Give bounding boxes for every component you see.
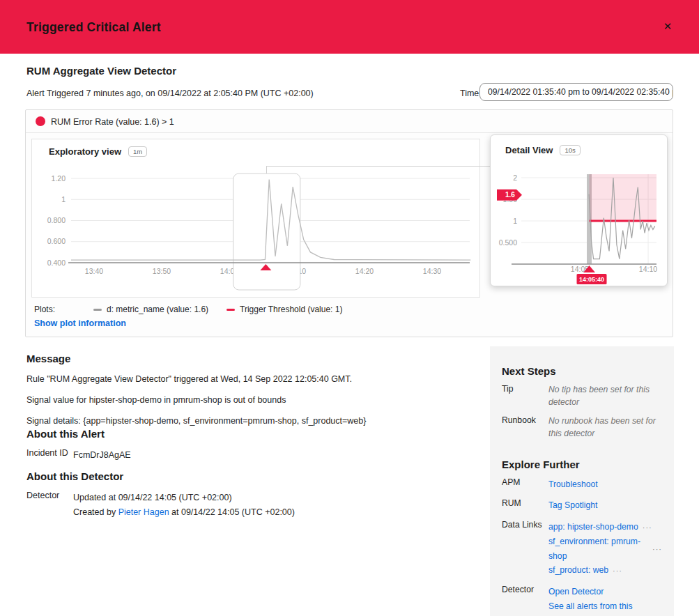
legend-metric-label: d: metric_name (value: 1.6): [107, 305, 208, 314]
rum-tag-spotlight-link[interactable]: Tag Spotlight: [548, 498, 662, 513]
message-line: Rule "RUM Aggregate View Detector" trigg…: [26, 374, 459, 385]
tip-label: Tip: [502, 384, 548, 408]
detector-updated: Updated at 09/14/22 14:05 (UTC +02:00): [73, 493, 232, 502]
message-line: Signal details: {app=hipster-shop-demo, …: [26, 415, 459, 427]
metric-line-swatch-icon: [93, 309, 102, 311]
y-tick-label: 2: [513, 174, 517, 182]
alert-sidebar: Next Steps Tip No tip has been set for t…: [490, 346, 674, 616]
explore-further-heading: Explore Further: [502, 459, 662, 470]
detector-label: Detector: [26, 491, 73, 520]
message-line: Signal value for hipster-shop-demo in pm…: [26, 394, 459, 406]
resolution-badge-10s[interactable]: 10s: [560, 145, 580, 155]
alert-chart-container: RUM Error Rate (value: 1.6) > 1 1.2010.8…: [25, 109, 673, 337]
show-plot-information-link[interactable]: Show plot information: [34, 318, 126, 328]
alert-modal-header: Triggered Critical Alert ✕: [0, 0, 699, 54]
y-tick-label: 0.600: [47, 237, 66, 245]
legend-item-metric: d: metric_name (value: 1.6): [93, 305, 208, 314]
legend-threshold-label: Trigger Threshold (value: 1): [240, 305, 342, 314]
detector-links-label: Detector: [502, 585, 548, 616]
detector-created-prefix: Created by: [73, 507, 118, 517]
tip-value: No tip has been set for this detector: [548, 384, 662, 408]
close-icon[interactable]: ✕: [659, 18, 676, 35]
apm-troubleshoot-link[interactable]: Troubleshoot: [548, 477, 662, 492]
x-tick-label: 14:30: [423, 267, 441, 275]
detail-view-panel: 21.5010.50014:0514:101.614:05:40 Detail …: [490, 134, 668, 286]
legend-item-threshold: Trigger Threshold (value: 1): [226, 305, 342, 314]
time-label: Time: [460, 88, 479, 98]
next-steps-heading: Next Steps: [502, 365, 662, 377]
apm-label: APM: [502, 477, 548, 492]
rum-label: RUM: [502, 498, 548, 513]
time-range-input[interactable]: [479, 83, 673, 101]
runbook-label: Runbook: [502, 415, 548, 440]
see-all-alerts-link[interactable]: See all alerts from this detector: [548, 599, 662, 616]
incident-id-value: FcmDrJ8AgAE: [73, 448, 131, 463]
detector-created-suffix: at 09/14/22 14:05 (UTC +02:00): [169, 507, 295, 517]
data-links-label: Data Links: [502, 520, 548, 578]
detector-meta: Updated at 09/14/22 14:05 (UTC +02:00) C…: [73, 491, 295, 520]
more-options-icon[interactable]: ···: [652, 545, 662, 553]
alert-time-label: 14:05:40: [579, 276, 604, 283]
threshold-line-swatch-icon: [226, 309, 235, 311]
exploratory-view-panel: 1.2010.8000.6000.40013:4013:5014:0014:10…: [31, 139, 480, 298]
y-tick-label: 0.400: [47, 259, 66, 267]
x-tick-label: 13:50: [153, 267, 171, 275]
detector-title: RUM Aggregate View Detector: [26, 65, 176, 77]
data-link-sf-product[interactable]: sf_product: web: [548, 563, 608, 578]
about-alert-heading: About this Alert: [26, 428, 459, 440]
brush-connector-line: [266, 166, 490, 167]
rule-row: RUM Error Rate (value: 1.6) > 1: [26, 110, 673, 133]
message-heading: Message: [26, 353, 459, 364]
y-tick-label: 0.500: [499, 238, 517, 247]
more-options-icon[interactable]: ···: [613, 567, 622, 575]
open-detector-link[interactable]: Open Detector: [548, 585, 662, 599]
brush-connector-line-vertical: [266, 166, 267, 174]
y-tick-label: 1: [61, 195, 66, 203]
critical-severity-dot-icon: [36, 116, 45, 126]
y-tick-label: 1.20: [52, 174, 66, 183]
x-tick-label: 14:10: [639, 265, 657, 273]
runbook-value: No runbook has been set for this detecto…: [548, 415, 662, 440]
incident-id-label: Incident ID: [26, 448, 73, 463]
plots-legend: Plots: d: metric_name (value: 1.6) Trigg…: [34, 305, 360, 314]
data-link-sf-environment[interactable]: sf_environment: pmrum-shop: [548, 534, 648, 563]
more-options-icon[interactable]: ···: [643, 523, 652, 532]
y-tick-label: 1: [513, 217, 517, 225]
resolution-badge-1m[interactable]: 1m: [128, 146, 147, 157]
data-link-app[interactable]: app: hipster-shop-demo: [548, 520, 638, 534]
x-tick-label: 13:40: [85, 267, 103, 275]
y-tick-label: 0.800: [47, 216, 66, 224]
message-section: Message Rule "RUM Aggregate View Detecto…: [26, 353, 459, 427]
detail-chart: 21.5010.50014:0514:101.614:05:40: [491, 135, 668, 287]
exploratory-view-title: Exploratory view: [49, 146, 121, 157]
alert-triggered-info: Alert Triggered 7 minutes ago, on 09/14/…: [26, 88, 314, 98]
about-alert-section: About this Alert Incident ID FcmDrJ8AgAE: [26, 428, 459, 463]
above-threshold-region: [590, 174, 656, 221]
exploratory-chart: 1.2010.8000.6000.40013:4013:5014:0014:10…: [32, 139, 481, 298]
detail-view-title: Detail View: [505, 145, 553, 155]
about-detector-heading: About this Detector: [26, 470, 459, 482]
plots-label: Plots:: [34, 305, 93, 314]
rule-condition-text: RUM Error Rate (value: 1.6) > 1: [51, 117, 174, 127]
x-tick-label: 14:20: [355, 267, 374, 275]
detector-author-link[interactable]: Pieter Hagen: [118, 507, 169, 517]
about-detector-section: About this Detector Detector Updated at …: [26, 470, 459, 520]
alert-value-label: 1.6: [505, 191, 515, 199]
modal-title: Triggered Critical Alert: [26, 20, 161, 35]
